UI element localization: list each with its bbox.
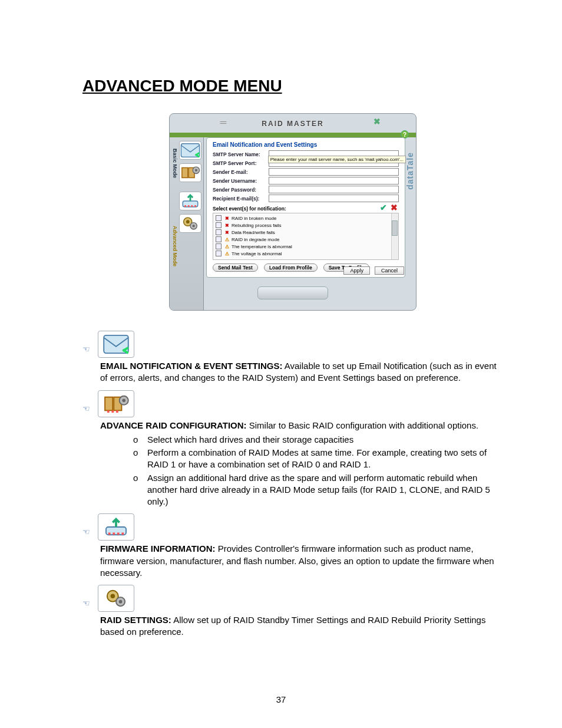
svg-rect-21	[116, 410, 118, 413]
svg-point-13	[193, 225, 195, 227]
checkbox[interactable]	[216, 243, 222, 249]
svg-rect-15	[105, 397, 113, 410]
list-item: Assign an additional hard drive as the s…	[133, 472, 503, 508]
checkbox[interactable]	[216, 229, 222, 235]
bullet-hand-icon: ☜	[82, 403, 95, 414]
svg-point-30	[119, 600, 123, 604]
sidebar-item-raid-config[interactable]	[179, 163, 201, 182]
svg-rect-19	[107, 410, 110, 413]
event-row[interactable]: ✖Data Read/write fails	[216, 229, 396, 236]
clear-all-icon[interactable]: ✖	[391, 203, 398, 212]
event-label: RAID in degrade mode	[232, 237, 279, 242]
bullet-hand-icon: ☜	[82, 344, 95, 355]
settings-panel: Email Notification and Event Settings SM…	[206, 137, 405, 278]
svg-rect-23	[108, 533, 111, 535]
event-label: The voltage is abnormal	[232, 251, 282, 256]
tooltip-server-hint: Please enter your mail server name, such…	[268, 156, 406, 163]
page-title: ADVANCED MODE MENU	[82, 77, 503, 95]
sidebar-item-settings[interactable]	[179, 214, 201, 233]
document-body: ☜ EMAIL NOTIFICATION & EVENT SETTINGS: A…	[82, 331, 503, 638]
label-sender-email: Sender E-mail:	[213, 169, 269, 175]
event-label: The temperature is abnormal	[232, 244, 292, 249]
svg-rect-24	[113, 533, 115, 535]
checkbox[interactable]	[216, 222, 222, 228]
input-recipient[interactable]	[269, 195, 399, 202]
email-icon	[98, 331, 134, 358]
event-row[interactable]: ⚠The voltage is abnormal	[216, 250, 396, 257]
sidebar-item-email[interactable]	[179, 141, 201, 160]
raid-config-icon	[98, 390, 134, 417]
raid-master-window: == ✖ RAID MASTER ? dataTale Basic Mode A…	[169, 113, 416, 311]
label-server-port: SMTP Server Port:	[213, 160, 269, 166]
svg-rect-7	[188, 205, 190, 207]
svg-rect-20	[112, 410, 114, 413]
brand-label: dataTale	[405, 152, 415, 190]
svg-rect-26	[122, 533, 124, 535]
input-sender-email[interactable]	[269, 168, 399, 176]
event-label: Data Read/write fails	[232, 230, 275, 235]
sidebar-label-advanced[interactable]: Advanced Mode	[170, 217, 178, 276]
sidebar-label-basic[interactable]: Basic Mode	[170, 143, 178, 183]
svg-point-18	[123, 398, 126, 402]
svg-point-11	[186, 220, 190, 223]
fw-heading: FIRMWARE INFORMATION:	[100, 543, 216, 554]
event-row[interactable]: ⚠The temperature is abnormal	[216, 243, 396, 250]
svg-point-4	[195, 169, 197, 172]
send-mail-test-button[interactable]: Send Mail Test	[213, 263, 258, 272]
bottom-handle[interactable]	[257, 286, 328, 299]
scrollbar[interactable]	[391, 213, 398, 259]
event-label: Rebuilding process fails	[232, 223, 282, 228]
svg-point-28	[111, 594, 115, 598]
checkbox[interactable]	[216, 236, 222, 242]
event-severity-icon: ⚠	[224, 251, 230, 256]
list-item: Select which hard drives and their stora…	[133, 434, 503, 446]
label-sender-pass: Sender Password:	[213, 187, 269, 193]
event-row[interactable]: ⚠RAID in degrade mode	[216, 236, 396, 243]
svg-rect-1	[182, 168, 188, 178]
label-recipient: Recipient E-mail(s):	[213, 196, 269, 202]
event-row[interactable]: ✖Rebuilding process fails	[216, 222, 396, 229]
cancel-button[interactable]: Cancel	[375, 266, 404, 275]
svg-rect-8	[191, 205, 193, 207]
svg-rect-6	[184, 205, 186, 207]
checkbox[interactable]	[216, 215, 222, 221]
input-sender-user[interactable]	[269, 177, 399, 185]
label-sender-user: Sender Username:	[213, 178, 269, 184]
event-severity-icon: ⚠	[224, 244, 230, 249]
apply-button[interactable]: Apply	[343, 266, 370, 275]
events-section-label: Select event(s) for notification:	[213, 206, 399, 212]
event-severity-icon: ✖	[224, 216, 230, 221]
event-severity-icon: ⚠	[224, 237, 230, 242]
adv-raid-body: Similar to Basic RAID configuration with…	[247, 420, 479, 430]
list-item: Perform a combination of RAID Modes at s…	[133, 447, 503, 471]
bullet-hand-icon: ☜	[82, 526, 95, 538]
app-title: RAID MASTER	[170, 120, 416, 128]
adv-raid-heading: ADVANCE RAID CONFIGURATION:	[100, 420, 247, 430]
raid-set-heading: RAID SETTINGS:	[100, 615, 171, 625]
adv-raid-sublist: Select which hard drives and their stora…	[133, 434, 503, 508]
sidebar-item-firmware[interactable]	[179, 192, 201, 210]
email-heading: EMAIL NOTIFICATION & EVENT SETTINGS:	[100, 361, 282, 371]
checkbox[interactable]	[216, 251, 222, 256]
firmware-icon	[98, 513, 134, 541]
event-label: RAID in broken mode	[232, 216, 276, 221]
label-server-name: SMTP Server Name:	[213, 151, 269, 157]
input-sender-pass[interactable]	[269, 186, 399, 193]
page-number: 37	[0, 694, 562, 704]
load-from-profile-button[interactable]: Load From Profile	[264, 263, 318, 272]
panel-title: Email Notification and Event Settings	[213, 141, 399, 148]
select-all-icon[interactable]: ✔	[380, 203, 387, 212]
svg-rect-25	[117, 533, 120, 535]
event-severity-icon: ✖	[224, 230, 230, 235]
event-row[interactable]: ✖RAID in broken mode	[216, 215, 396, 222]
raid-settings-icon	[98, 585, 134, 612]
bullet-hand-icon: ☜	[82, 598, 95, 609]
svg-rect-9	[194, 205, 196, 207]
event-severity-icon: ✖	[224, 223, 230, 228]
events-list: ✖RAID in broken mode✖Rebuilding process …	[213, 213, 399, 260]
